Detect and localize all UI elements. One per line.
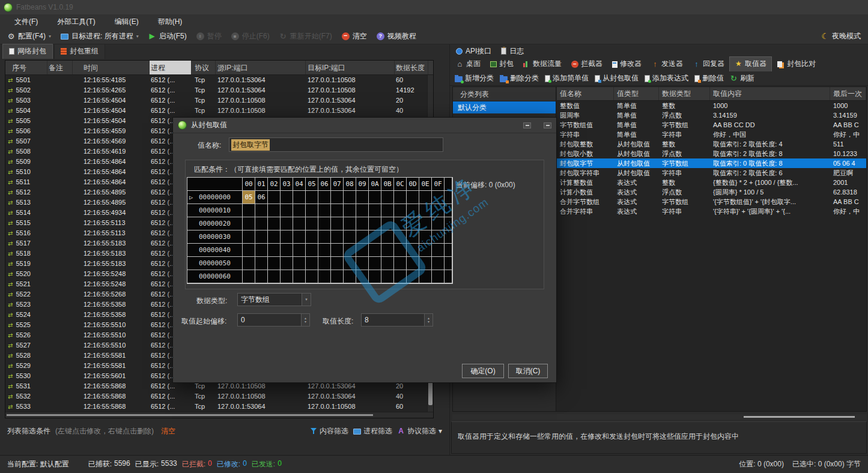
- hex-cell[interactable]: [243, 230, 255, 244]
- hex-cell[interactable]: [306, 270, 318, 283]
- page-expr-button[interactable]: 添加表达式: [645, 73, 688, 83]
- column-header-value-name[interactable]: 值名称: [557, 87, 614, 100]
- hex-cell[interactable]: [255, 230, 268, 244]
- horizontal-scrollbar-thumb[interactable]: [7, 414, 373, 416]
- hex-cell[interactable]: [356, 244, 369, 257]
- value-row[interactable]: 封包取字符串从封包取值字符串取值索引: 2 取值长度: 6肥豆啊: [557, 168, 866, 178]
- tab-packet[interactable]: 封包: [485, 57, 518, 71]
- hex-cell[interactable]: [394, 244, 407, 257]
- page-del-button[interactable]: 删除值: [694, 73, 724, 83]
- right-horizontal-scrollbar[interactable]: [452, 414, 867, 420]
- value-row[interactable]: 计算整数值表达式整数{整数值} * 2 + (1000 / {整数...2001: [557, 178, 866, 187]
- value-name-input[interactable]: 封包取字节: [229, 137, 443, 152]
- value-row[interactable]: 整数值简单值整数10001000: [557, 101, 866, 110]
- hex-cell[interactable]: [268, 244, 281, 257]
- hex-cell[interactable]: [432, 191, 445, 204]
- restart-button[interactable]: ↻ 重新开始(F7): [279, 31, 332, 41]
- hex-cell[interactable]: [281, 204, 293, 217]
- hex-cell[interactable]: [344, 191, 356, 204]
- hex-cell[interactable]: [369, 230, 381, 244]
- packet-row[interactable]: ⇄550312:16:55:45046512 (...Tcp127.0.0.1:…: [5, 95, 428, 106]
- hex-cell[interactable]: [243, 204, 255, 217]
- menu-item-edit[interactable]: 编辑(E): [108, 16, 146, 28]
- column-header-content[interactable]: 取值内容: [710, 87, 830, 100]
- hex-cell[interactable]: [268, 204, 281, 217]
- folder-del-button[interactable]: 删除分类: [500, 73, 539, 83]
- hex-cell[interactable]: [407, 191, 419, 204]
- data-type-select[interactable]: 字节数组 ▾: [237, 293, 311, 306]
- hex-cell[interactable]: [318, 191, 331, 204]
- column-header-process[interactable]: 进程: [150, 61, 192, 74]
- hex-cell[interactable]: [394, 257, 407, 270]
- menu-item-help[interactable]: 帮助(H): [151, 16, 190, 28]
- page-add-button[interactable]: 添加简单值: [545, 73, 589, 83]
- tab-sender[interactable]: ↑发送器: [646, 57, 688, 71]
- category-item-default[interactable]: 默认分类: [453, 101, 556, 113]
- top-button-log[interactable]: 日志: [501, 46, 524, 56]
- spinner-arrows-icon[interactable]: ▴▾: [301, 314, 309, 326]
- value-row[interactable]: 字节数组值简单值字节数组AA BB CC DDAA BB C: [557, 120, 866, 130]
- hex-cell[interactable]: [369, 204, 381, 217]
- hex-cell[interactable]: [255, 270, 268, 283]
- column-header-value-type[interactable]: 值类型: [614, 87, 659, 100]
- hex-cell[interactable]: [356, 270, 369, 283]
- hex-cell[interactable]: [281, 244, 293, 257]
- hex-cell[interactable]: [306, 257, 318, 270]
- tab-extractor[interactable]: ★取值器: [729, 56, 772, 71]
- hex-cell[interactable]: [369, 191, 381, 204]
- tab-interceptor[interactable]: −拦截器: [566, 57, 607, 71]
- hex-cell[interactable]: [344, 217, 356, 230]
- stop-button[interactable]: ■ 停止(F6): [231, 31, 270, 41]
- hex-cell[interactable]: [407, 244, 419, 257]
- hex-cell[interactable]: [356, 191, 369, 204]
- packet-row[interactable]: ⇄550412:16:55:45046512 (...Tcp127.0.0.1:…: [5, 106, 428, 116]
- hex-cell[interactable]: [394, 204, 407, 217]
- hex-cell[interactable]: [394, 191, 407, 204]
- hex-cell[interactable]: [268, 191, 281, 204]
- menu-item-external-tools[interactable]: 外部工具(T): [50, 16, 102, 28]
- value-row[interactable]: 计算小数值表达式浮点数{圆周率} * 100 / 562.8318: [557, 187, 866, 197]
- tab-replier[interactable]: ↑回复器: [688, 57, 729, 71]
- hex-cell[interactable]: [432, 230, 445, 244]
- hex-cell[interactable]: [318, 257, 331, 270]
- tab-network-packets[interactable]: 网络封包: [2, 44, 53, 59]
- filter-clear-link[interactable]: 清空: [161, 426, 175, 436]
- start-offset-stepper[interactable]: 0 ▴▾: [237, 313, 310, 327]
- hex-cell[interactable]: [432, 270, 445, 283]
- hex-cell[interactable]: [381, 204, 394, 217]
- tab-packet-reassembly[interactable]: 封包重组: [54, 44, 105, 59]
- clear-button[interactable]: − 清空: [342, 31, 367, 41]
- hex-cell[interactable]: [255, 257, 268, 270]
- hex-cell[interactable]: [293, 270, 306, 283]
- column-header-seq[interactable]: 序号: [5, 61, 47, 74]
- hex-cell[interactable]: [306, 204, 318, 217]
- hex-cell[interactable]: [281, 191, 293, 204]
- hex-cell[interactable]: [293, 257, 306, 270]
- column-header-data-type[interactable]: 数据类型: [659, 87, 710, 100]
- hex-cell[interactable]: [381, 191, 394, 204]
- right-horizontal-scrollbar-thumb[interactable]: [744, 416, 855, 418]
- hex-cell[interactable]: [306, 191, 318, 204]
- menu-item-file[interactable]: 文件(F): [7, 16, 45, 28]
- hex-cell[interactable]: [255, 217, 268, 230]
- hex-cell[interactable]: [331, 204, 344, 217]
- hex-cell[interactable]: [306, 230, 318, 244]
- hex-cell[interactable]: [381, 244, 394, 257]
- hex-cell[interactable]: [243, 270, 255, 283]
- hex-cell[interactable]: [356, 204, 369, 217]
- hex-cell[interactable]: [255, 204, 268, 217]
- start-button[interactable]: ▶ 启动(F5): [148, 31, 187, 41]
- video-tutorial-button[interactable]: ? 视频教程: [377, 31, 416, 41]
- hex-cell[interactable]: [318, 204, 331, 217]
- hex-cell[interactable]: [318, 270, 331, 283]
- hex-cell[interactable]: [419, 191, 432, 204]
- tab-compare[interactable]: 封包比对: [772, 57, 821, 71]
- hex-cell[interactable]: [255, 244, 268, 257]
- hex-cell[interactable]: [281, 217, 293, 230]
- column-header-length[interactable]: 数据长度: [395, 61, 428, 74]
- column-header-destination[interactable]: 目标IP:端口: [306, 61, 395, 74]
- hex-cell[interactable]: [369, 270, 381, 283]
- hex-cell[interactable]: [331, 191, 344, 204]
- hex-cell[interactable]: [331, 230, 344, 244]
- hex-cell[interactable]: [281, 230, 293, 244]
